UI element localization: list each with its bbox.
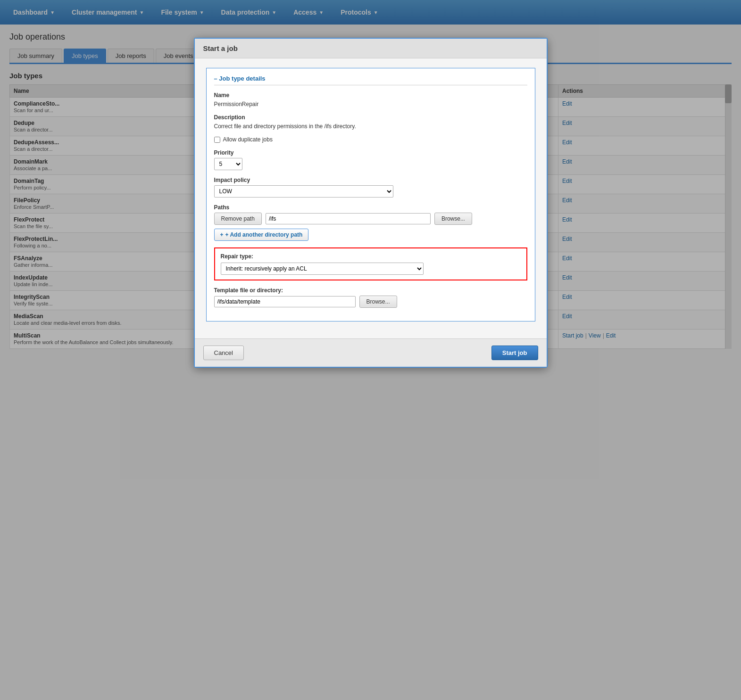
modal-title: Start a job [203,44,238,52]
browse-template-button[interactable]: Browse... [359,296,397,308]
repair-type-select[interactable]: Inherit: recursively apply an ACL Clone:… [221,263,424,275]
add-path-label: + Add another directory path [225,231,303,238]
job-type-details-section: – Job type details Name PermissionRepair… [206,68,535,321]
browse-path-button[interactable]: Browse... [434,213,472,225]
template-input-row: Browse... [214,296,527,308]
description-label: Description [214,114,527,121]
impact-policy-select[interactable]: LOW MEDIUM HIGH OFF_HOURS [214,185,393,198]
modal-body: – Job type details Name PermissionRepair… [195,58,547,338]
priority-select[interactable]: 5 1 2 3 4 6 [214,158,242,170]
add-directory-path-button[interactable]: + + Add another directory path [214,229,309,241]
path-entry-row: Remove path Browse... [214,213,527,225]
description-row: Description Correct file and directory p… [214,114,527,130]
template-label: Template file or directory: [214,287,527,294]
paths-row: Paths Remove path Browse... + + Add anot… [214,204,527,241]
form-section-title: – Job type details [214,75,527,85]
priority-row: Priority 5 1 2 3 4 6 [214,149,527,170]
start-job-button[interactable]: Start job [491,346,538,356]
modal-header: Start a job [195,39,547,58]
modal-footer: Cancel Start job [195,338,547,356]
paths-label: Paths [214,204,527,211]
start-job-modal: Start a job – Job type details Name Perm… [194,38,548,356]
description-value: Correct file and directory permissions i… [214,123,356,130]
impact-policy-label: Impact policy [214,177,527,183]
template-input[interactable] [214,296,356,307]
impact-policy-row: Impact policy LOW MEDIUM HIGH OFF_HOURS [214,177,527,198]
priority-label: Priority [214,149,527,156]
allow-duplicate-label: Allow duplicate jobs [223,136,273,143]
remove-path-button[interactable]: Remove path [214,213,262,225]
template-row: Template file or directory: Browse... [214,287,527,308]
path-input[interactable] [266,213,431,224]
repair-type-box: Repair type: Inherit: recursively apply … [214,247,527,280]
plus-icon: + [220,231,224,238]
repair-type-label: Repair type: [221,253,521,260]
name-label: Name [214,92,527,99]
name-value: PermissionRepair [214,101,259,107]
name-row: Name PermissionRepair [214,92,527,107]
cancel-button[interactable]: Cancel [203,346,244,356]
allow-duplicate-row: Allow duplicate jobs [214,136,527,143]
allow-duplicate-checkbox[interactable] [214,137,220,143]
modal-overlay: Start a job – Job type details Name Perm… [0,0,741,356]
